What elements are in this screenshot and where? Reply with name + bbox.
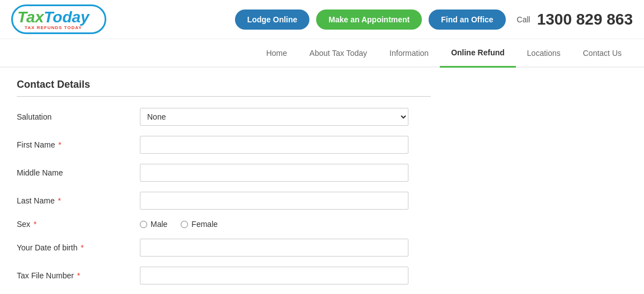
first-name-row: First Name * [17,136,431,154]
call-label: Call [517,15,530,24]
middle-name-input[interactable] [140,164,408,182]
last-name-input[interactable] [140,192,408,210]
sex-male-radio[interactable] [140,221,147,228]
required-star: * [56,140,61,149]
nav-online-refund[interactable]: Online Refund [440,39,516,68]
contact-details-form: Contact Details Salutation None Mr Mrs M… [0,68,448,294]
nav-bar: Home About Tax Today Information Online … [0,39,644,68]
required-star: * [78,243,83,252]
sex-male-text: Male [151,220,167,229]
dob-label: Your Date of birth * [17,243,140,252]
phone-number: 1300 829 863 [537,11,633,29]
middle-name-label: Middle Name [17,168,140,177]
last-name-row: Last Name * [17,192,431,210]
nav-information[interactable]: Information [378,40,440,67]
tfn-label: Tax File Number * [17,271,140,280]
top-bar: TaxToday TAX REFUNDS TODAY Lodge Online … [0,0,644,39]
nav-locations[interactable]: Locations [516,40,572,67]
tfn-row: Tax File Number * [17,267,431,284]
sex-row: Sex * Male Female [17,220,431,229]
section-title: Contact Details [17,79,431,97]
last-name-label: Last Name * [17,196,140,205]
middle-name-row: Middle Name [17,164,431,182]
tfn-input[interactable] [140,267,408,284]
sex-female-text: Female [191,220,218,229]
lodge-online-button[interactable]: Lodge Online [235,10,309,30]
sex-female-radio[interactable] [181,221,188,228]
first-name-label: First Name * [17,140,140,149]
dob-row: Your Date of birth * [17,239,431,257]
dob-input[interactable] [140,239,408,257]
sex-radio-group: Male Female [140,220,218,229]
logo-area: TaxToday TAX REFUNDS TODAY [11,4,106,34]
sex-label: Sex * [17,220,140,229]
required-star: * [75,271,80,280]
first-name-input[interactable] [140,136,408,154]
salutation-select[interactable]: None Mr Mrs Ms Miss Dr [140,108,408,126]
logo-sub: TAX REFUNDS TODAY [17,25,90,30]
logo-tax: Tax [17,8,44,26]
nav-contact[interactable]: Contact Us [572,40,633,67]
sex-male-label[interactable]: Male [140,220,167,229]
salutation-label: Salutation [17,112,140,121]
make-appointment-button[interactable]: Make an Appointment [316,10,422,30]
required-star: * [31,220,36,229]
nav-home[interactable]: Home [255,40,298,67]
logo: TaxToday TAX REFUNDS TODAY [11,4,106,34]
sex-female-label[interactable]: Female [181,220,218,229]
required-star: * [56,196,61,205]
find-office-button[interactable]: Find an Office [429,10,505,30]
logo-today: Today [44,8,89,26]
salutation-row: Salutation None Mr Mrs Ms Miss Dr [17,108,431,126]
nav-about[interactable]: About Tax Today [298,40,378,67]
